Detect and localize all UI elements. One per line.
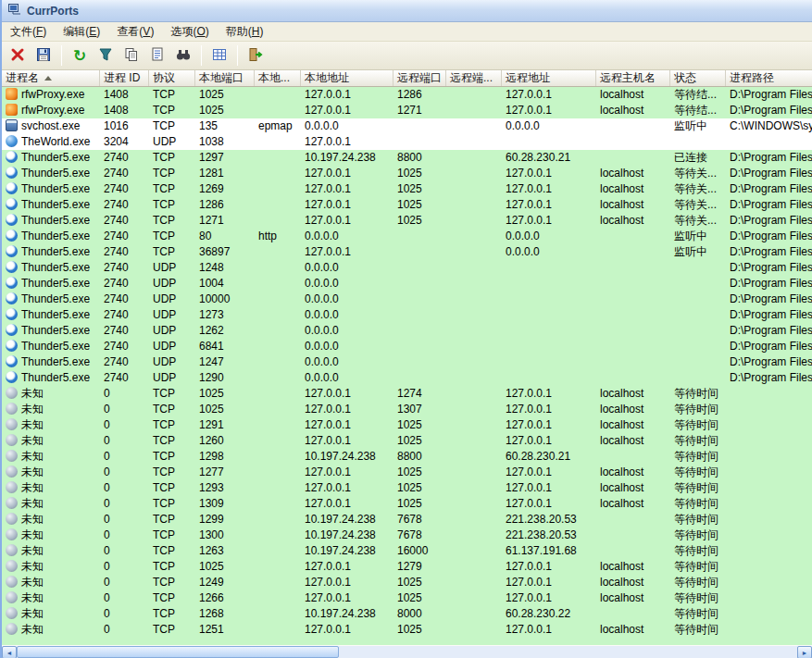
table-row[interactable]: Thunder5.exe2740UDP12900.0.0.0D:\Program… bbox=[2, 370, 812, 386]
cell-remote_port bbox=[394, 370, 446, 386]
table-row[interactable]: Thunder5.exe2740TCP129710.197.24.2388800… bbox=[2, 150, 812, 166]
cell-text: localhost bbox=[600, 466, 643, 478]
cell-local_address: 10.197.24.238 bbox=[301, 449, 394, 465]
table-row[interactable]: Thunder5.exe2740UDP10040.0.0.0D:\Program… bbox=[2, 276, 812, 292]
table-row[interactable]: Thunder5.exe2740UDP12730.0.0.0D:\Program… bbox=[2, 307, 812, 323]
cell-local_port_name bbox=[255, 197, 301, 213]
cell-local_address: 0.0.0.0 bbox=[301, 292, 394, 307]
filter-button[interactable] bbox=[94, 43, 118, 68]
column-header-remote_port[interactable]: 远程端口 bbox=[394, 70, 446, 86]
table-row[interactable]: rfwProxy.exe1408TCP1025127.0.0.11286127.… bbox=[2, 87, 812, 103]
table-row[interactable]: 未知0TCP1309127.0.0.11025127.0.0.1localhos… bbox=[2, 496, 812, 512]
cell-text: TCP bbox=[153, 513, 175, 526]
cell-state: 等待时间 bbox=[670, 559, 726, 575]
cell-text: 已连接 bbox=[674, 151, 707, 164]
table-row[interactable]: 未知0TCP1291127.0.0.11025127.0.0.1localhos… bbox=[2, 417, 812, 433]
report-button[interactable] bbox=[207, 43, 231, 68]
table-row[interactable]: 未知0TCP1260127.0.0.11025127.0.0.1localhos… bbox=[2, 433, 812, 449]
table-row[interactable]: Thunder5.exe2740UDP68410.0.0.0D:\Program… bbox=[2, 339, 812, 354]
unknown-icon bbox=[6, 466, 18, 478]
column-header-pid[interactable]: 进程 ID bbox=[100, 70, 149, 86]
table-row[interactable]: rfwProxy.exe1408TCP1025127.0.0.11271127.… bbox=[2, 103, 812, 118]
scrollbar-track[interactable] bbox=[339, 646, 797, 658]
table-row[interactable]: Thunder5.exe2740UDP12480.0.0.0D:\Program… bbox=[2, 260, 812, 276]
menu-view[interactable]: 查看(V) bbox=[108, 22, 162, 41]
column-header-local_port[interactable]: 本地端口 bbox=[195, 70, 255, 86]
cell-text: 1273 bbox=[199, 308, 224, 321]
table-row[interactable]: 未知0TCP1025127.0.0.11274127.0.0.1localhos… bbox=[2, 386, 812, 402]
table-row[interactable]: Thunder5.exe2740UDP100000.0.0.0D:\Progra… bbox=[2, 292, 812, 307]
menu-file[interactable]: 文件(F) bbox=[2, 22, 55, 41]
table-row[interactable]: 未知0TCP1277127.0.0.11025127.0.0.1localhos… bbox=[2, 465, 812, 480]
table-row[interactable]: Thunder5.exe2740TCP80http0.0.0.00.0.0.0监… bbox=[2, 229, 812, 244]
column-header-path[interactable]: 进程路径 bbox=[726, 70, 812, 86]
cell-text: 未知 bbox=[21, 607, 44, 620]
exit-button[interactable] bbox=[244, 43, 268, 68]
table-row[interactable]: 未知0TCP1025127.0.0.11307127.0.0.1localhos… bbox=[2, 402, 812, 417]
column-header-protocol[interactable]: 协议 bbox=[149, 70, 195, 86]
cell-text: 1297 bbox=[199, 151, 224, 164]
cell-path: D:\Program Files bbox=[726, 339, 812, 354]
close-connection-button[interactable] bbox=[6, 43, 30, 68]
table-row[interactable]: Thunder5.exe2740UDP12620.0.0.0D:\Program… bbox=[2, 323, 812, 339]
cell-remote_host bbox=[596, 134, 670, 150]
menu-edit[interactable]: 编辑(E) bbox=[55, 22, 108, 41]
cell-text: 127.0.0.1 bbox=[506, 497, 552, 510]
save-button[interactable] bbox=[31, 43, 56, 68]
table-row[interactable]: Thunder5.exe2740TCP1286127.0.0.11025127.… bbox=[2, 197, 812, 213]
cell-protocol: TCP bbox=[149, 417, 195, 433]
column-header-local_address[interactable]: 本地地址 bbox=[301, 70, 394, 86]
properties-button[interactable] bbox=[145, 43, 169, 68]
unknown-icon bbox=[6, 607, 18, 619]
table-row[interactable]: svchost.exe1016TCP135epmap0.0.0.00.0.0.0… bbox=[2, 118, 812, 134]
copy-button[interactable] bbox=[119, 43, 144, 68]
scrollbar-thumb[interactable] bbox=[17, 646, 339, 658]
scroll-right-button[interactable]: ► bbox=[797, 646, 812, 658]
cell-text: 2740 bbox=[104, 261, 129, 274]
cell-text: 10.197.24.238 bbox=[305, 528, 376, 541]
toolbar-separator bbox=[61, 45, 62, 66]
column-header-local_port_name[interactable]: 本地... bbox=[255, 70, 301, 86]
table-row[interactable]: 未知0TCP129810.197.24.238880060.28.230.21等… bbox=[2, 449, 812, 465]
cell-remote_address bbox=[502, 323, 596, 339]
cell-local_address: 127.0.0.1 bbox=[301, 465, 394, 480]
table-row[interactable]: 未知0TCP1293127.0.0.11025127.0.0.1localhos… bbox=[2, 480, 812, 496]
column-header-remote_port_name[interactable]: 远程端... bbox=[446, 70, 502, 86]
menu-help[interactable]: 帮助(H) bbox=[218, 22, 272, 41]
table-row[interactable]: 未知0TCP1251127.0.0.11025127.0.0.1localhos… bbox=[2, 622, 812, 638]
find-button[interactable] bbox=[171, 43, 195, 68]
table-row[interactable]: TheWorld.exe3204UDP1038127.0.0.1 bbox=[2, 134, 812, 150]
cell-text: 等待时间 bbox=[674, 544, 718, 557]
table-row[interactable]: 未知0TCP1249127.0.0.11025127.0.0.1localhos… bbox=[2, 575, 812, 590]
cell-state: 等待关... bbox=[670, 181, 726, 197]
cell-state bbox=[670, 134, 726, 150]
column-header-remote_host[interactable]: 远程主机名 bbox=[596, 70, 670, 86]
column-header-remote_address[interactable]: 远程地址 bbox=[502, 70, 596, 86]
cell-remote_host bbox=[596, 354, 670, 370]
table-row[interactable]: 未知0TCP130010.197.24.2387678221.238.20.53… bbox=[2, 528, 812, 543]
cell-text: 1016 bbox=[104, 119, 129, 132]
scroll-left-button[interactable]: ◄ bbox=[2, 646, 17, 658]
toolbar: ↻ bbox=[2, 42, 812, 70]
table-row[interactable]: 未知0TCP129910.197.24.2387678221.238.20.53… bbox=[2, 512, 812, 528]
table-row[interactable]: Thunder5.exe2740UDP12470.0.0.0D:\Program… bbox=[2, 354, 812, 370]
cell-state bbox=[670, 260, 726, 276]
table-row[interactable]: Thunder5.exe2740TCP1269127.0.0.11025127.… bbox=[2, 181, 812, 197]
table-row[interactable]: Thunder5.exe2740TCP1281127.0.0.11025127.… bbox=[2, 166, 812, 181]
refresh-button[interactable]: ↻ bbox=[68, 43, 92, 68]
column-header-process[interactable]: 进程名 bbox=[2, 70, 100, 86]
cell-local_address: 127.0.0.1 bbox=[301, 181, 394, 197]
cell-remote_address bbox=[502, 292, 596, 307]
cell-protocol: UDP bbox=[149, 354, 195, 370]
table-row[interactable]: 未知0TCP1025127.0.0.11279127.0.0.1localhos… bbox=[2, 559, 812, 575]
table-row[interactable]: Thunder5.exe2740TCP36897127.0.0.10.0.0.0… bbox=[2, 244, 812, 260]
column-label: 状态 bbox=[674, 70, 696, 86]
table-row[interactable]: Thunder5.exe2740TCP1271127.0.0.11025127.… bbox=[2, 213, 812, 229]
table-row[interactable]: 未知0TCP126310.197.24.2381600061.137.191.6… bbox=[2, 543, 812, 559]
cell-text: 0 bbox=[104, 623, 110, 636]
menu-options[interactable]: 选项(O) bbox=[162, 22, 217, 41]
table-row[interactable]: 未知0TCP1266127.0.0.11025127.0.0.1localhos… bbox=[2, 590, 812, 606]
column-header-state[interactable]: 状态 bbox=[670, 70, 726, 86]
cell-protocol: UDP bbox=[149, 292, 195, 307]
table-row[interactable]: 未知0TCP126810.197.24.238800060.28.230.22等… bbox=[2, 606, 812, 622]
